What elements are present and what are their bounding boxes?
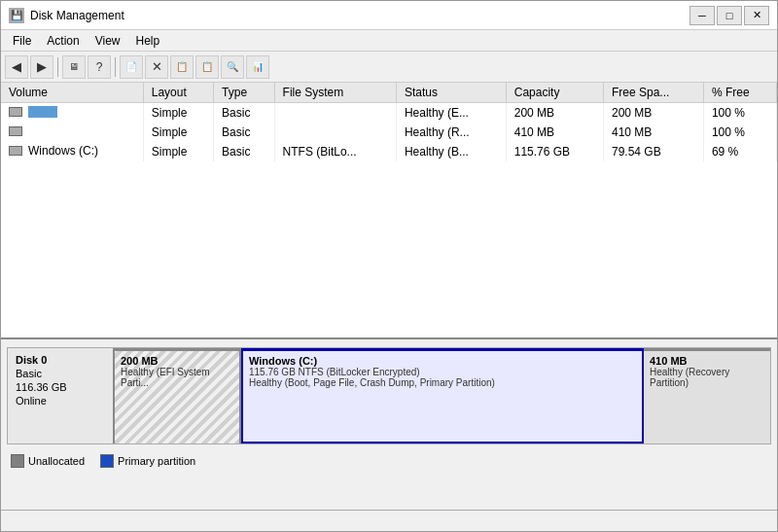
cell-capacity: 410 MB bbox=[506, 123, 603, 142]
col-pctfree: % Free bbox=[703, 83, 776, 103]
partition-recovery-size: 410 MB bbox=[650, 355, 764, 367]
disk-small-icon bbox=[9, 107, 22, 117]
maximize-button[interactable]: □ bbox=[717, 6, 742, 25]
cell-type: Basic bbox=[214, 142, 274, 161]
menu-file[interactable]: File bbox=[5, 32, 39, 50]
properties-button[interactable]: 🖥 bbox=[62, 55, 86, 79]
partition-windows-size: 115.76 GB NTFS (BitLocker Encrypted) bbox=[249, 367, 636, 377]
format-button[interactable]: 📋 bbox=[170, 55, 194, 79]
cell-status: Healthy (E... bbox=[396, 103, 506, 123]
partition-windows-name: Windows (C:) bbox=[249, 355, 636, 367]
cell-freespace: 200 MB bbox=[603, 103, 703, 123]
delete-button[interactable]: ✕ bbox=[145, 55, 168, 79]
disk-info: Disk 0 Basic 116.36 GB Online bbox=[8, 348, 115, 443]
volume-table: Volume Layout Type File System Status Ca… bbox=[1, 83, 777, 161]
close-button[interactable]: ✕ bbox=[744, 6, 769, 25]
cell-layout: Simple bbox=[143, 103, 213, 123]
toolbar-separator-1 bbox=[57, 57, 58, 77]
forward-button[interactable]: ▶ bbox=[30, 55, 53, 79]
legend-unalloc-box bbox=[11, 454, 24, 468]
cell-volume bbox=[1, 123, 143, 142]
window: 💾 Disk Management ─ □ ✕ File Action View… bbox=[0, 0, 778, 532]
legend-unalloc-label: Unallocated bbox=[28, 455, 85, 467]
cell-type: Basic bbox=[214, 103, 274, 123]
cell-capacity: 115.76 GB bbox=[506, 142, 603, 161]
app-icon: 💾 bbox=[9, 8, 24, 23]
disk-status: Online bbox=[16, 395, 105, 407]
title-bar-left: 💾 Disk Management bbox=[9, 8, 124, 23]
col-volume: Volume bbox=[1, 83, 143, 103]
cell-volume: Windows (C:) bbox=[1, 142, 143, 161]
legend-primary-label: Primary partition bbox=[118, 455, 195, 467]
table-row[interactable]: Simple Basic Healthy (E... 200 MB 200 MB… bbox=[1, 103, 777, 123]
search-button[interactable]: 🔍 bbox=[221, 55, 244, 79]
col-type: Type bbox=[214, 83, 274, 103]
partition-recovery[interactable]: 410 MB Healthy (Recovery Partition) bbox=[644, 348, 770, 443]
cell-layout: Simple bbox=[143, 142, 213, 161]
cell-capacity: 200 MB bbox=[506, 103, 603, 123]
disk-type: Basic bbox=[16, 368, 105, 379]
table-row[interactable]: Simple Basic Healthy (R... 410 MB 410 MB… bbox=[1, 123, 777, 142]
legend-unallocated: Unallocated bbox=[11, 454, 85, 468]
legend-primary-box bbox=[100, 454, 114, 468]
disk-row: Disk 0 Basic 116.36 GB Online 200 MB Hea… bbox=[7, 347, 771, 444]
disk-name: Disk 0 bbox=[16, 354, 105, 366]
cell-filesystem: NTFS (BitLo... bbox=[274, 142, 396, 161]
disk-small-icon bbox=[9, 146, 22, 156]
window-title: Disk Management bbox=[30, 9, 124, 22]
title-bar: 💾 Disk Management ─ □ ✕ bbox=[1, 1, 777, 30]
cell-freespace: 79.54 GB bbox=[603, 142, 703, 161]
cell-pctfree: 100 % bbox=[703, 103, 776, 123]
volume-table-area[interactable]: Volume Layout Type File System Status Ca… bbox=[1, 83, 777, 339]
menu-help[interactable]: Help bbox=[128, 32, 168, 50]
col-freespace: Free Spa... bbox=[603, 83, 703, 103]
cell-status: Healthy (B... bbox=[396, 142, 506, 161]
minimize-button[interactable]: ─ bbox=[690, 6, 715, 25]
col-capacity: Capacity bbox=[506, 83, 603, 103]
partition-windows-label: Healthy (Boot, Page File, Crash Dump, Pr… bbox=[249, 377, 636, 388]
cell-layout: Simple bbox=[143, 123, 213, 142]
col-status: Status bbox=[396, 83, 506, 103]
table-header-row: Volume Layout Type File System Status Ca… bbox=[1, 83, 777, 103]
cell-filesystem bbox=[274, 103, 396, 123]
cell-filesystem bbox=[274, 123, 396, 142]
copy-button[interactable]: 📋 bbox=[195, 55, 219, 79]
partition-recovery-label: Healthy (Recovery Partition) bbox=[650, 367, 764, 388]
toolbar-separator-2 bbox=[115, 57, 116, 77]
toolbar: ◀ ▶ 🖥 ? 📄 ✕ 📋 📋 🔍 📊 bbox=[1, 52, 777, 83]
cell-pctfree: 69 % bbox=[703, 142, 776, 161]
legend: Unallocated Primary partition bbox=[1, 448, 777, 474]
main-content: Volume Layout Type File System Status Ca… bbox=[1, 83, 777, 510]
chart-button[interactable]: 📊 bbox=[246, 55, 269, 79]
status-bar bbox=[1, 510, 777, 531]
disk-partitions: 200 MB Healthy (EFI System Parti... Wind… bbox=[115, 348, 770, 443]
legend-primary: Primary partition bbox=[100, 454, 195, 468]
table-row[interactable]: Windows (C:) Simple Basic NTFS (BitLo...… bbox=[1, 142, 777, 161]
cell-freespace: 410 MB bbox=[603, 123, 703, 142]
help-button[interactable]: ? bbox=[88, 55, 111, 79]
cell-type: Basic bbox=[214, 123, 274, 142]
partition-efi-size: 200 MB bbox=[121, 355, 233, 367]
partition-efi[interactable]: 200 MB Healthy (EFI System Parti... bbox=[115, 348, 241, 443]
new-volume-button[interactable]: 📄 bbox=[120, 55, 143, 79]
partition-windows[interactable]: Windows (C:) 115.76 GB NTFS (BitLocker E… bbox=[241, 348, 644, 443]
col-layout: Layout bbox=[143, 83, 213, 103]
menu-bar: File Action View Help bbox=[1, 30, 777, 52]
title-bar-controls: ─ □ ✕ bbox=[690, 6, 769, 25]
disk-panel: Disk 0 Basic 116.36 GB Online 200 MB Hea… bbox=[1, 339, 777, 510]
menu-view[interactable]: View bbox=[88, 32, 128, 50]
cell-volume bbox=[1, 103, 143, 123]
disk-small-icon bbox=[9, 126, 22, 136]
volume-color-block bbox=[28, 106, 57, 118]
menu-action[interactable]: Action bbox=[39, 32, 87, 50]
col-filesystem: File System bbox=[274, 83, 396, 103]
partition-efi-label: Healthy (EFI System Parti... bbox=[121, 367, 233, 388]
disk-size: 116.36 GB bbox=[16, 381, 105, 393]
back-button[interactable]: ◀ bbox=[5, 55, 28, 79]
cell-pctfree: 100 % bbox=[703, 123, 776, 142]
cell-status: Healthy (R... bbox=[396, 123, 506, 142]
